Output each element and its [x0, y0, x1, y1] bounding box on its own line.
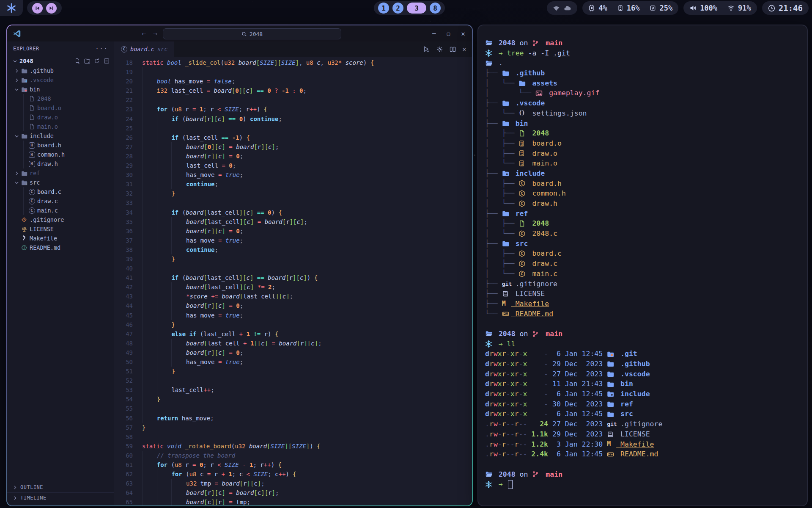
tree-row-gameplay.gif: │ └── gameplay.gif — [485, 88, 807, 98]
folder-open-icon — [485, 60, 494, 67]
permissions: drwxr-xr-x — [485, 359, 527, 369]
explorer-item-draw.o[interactable]: draw.o — [7, 113, 114, 122]
tree-connector: ├── — [485, 98, 502, 108]
explorer-item-src[interactable]: ()src — [7, 178, 114, 187]
nix-shell-icon — [485, 340, 494, 348]
book-icon — [502, 290, 511, 297]
tree-connector: │ ├── — [485, 188, 518, 199]
explorer-item-board.h[interactable]: Hboard.h — [7, 141, 114, 150]
explorer-item-main.o[interactable]: main.o — [7, 122, 114, 131]
workspace-2[interactable]: 2 — [392, 3, 403, 14]
panel-outline[interactable]: OUTLINE — [7, 482, 114, 492]
settings-gear-button[interactable] — [436, 46, 443, 52]
binary-icon: 0110 — [518, 150, 528, 157]
tab-board-c[interactable]: C board.c src — [114, 41, 174, 57]
explorer-item-.github[interactable]: .github — [7, 66, 114, 75]
file-label: 2048 — [37, 95, 51, 102]
file-green-icon — [518, 130, 528, 137]
tree-entry-name: 2048.c — [528, 229, 557, 239]
tree-row-board.h: │ ├── C board.h — [485, 179, 807, 189]
new-folder-button[interactable] — [84, 58, 90, 64]
nav-forward-button[interactable]: → — [153, 29, 157, 38]
ls-entry-name: .vscode — [616, 369, 650, 379]
blank-line — [485, 459, 807, 469]
code-line-40: 40 — [114, 264, 472, 273]
explorer-item-ref[interactable]: ref — [7, 168, 114, 178]
permissions: drwxr-xr-x — [485, 409, 527, 419]
code-line-35: 35 board[last_cell][c] = board[r][c]; — [114, 217, 472, 226]
line-number: 25 — [114, 124, 142, 133]
file-label: .vscode — [30, 77, 54, 83]
split-editor-button[interactable] — [450, 46, 456, 52]
code-editor[interactable]: 18static bool _slide_col(u32 board[SIZE]… — [114, 57, 472, 505]
command-text: ll — [507, 339, 516, 349]
clock-time: 21:46 — [779, 3, 803, 13]
new-file-button[interactable] — [74, 58, 80, 64]
media-previous-button[interactable] — [32, 3, 43, 14]
terminal-content[interactable]: 2048 on main → tree -a -I .git .├── .git… — [478, 25, 807, 505]
svg-text:10: 10 — [521, 153, 523, 156]
explorer-more-button[interactable]: ··· — [95, 45, 108, 52]
explorer-item-main.c[interactable]: Cmain.c — [7, 206, 114, 215]
code-line-61: 61 for (u8 r = 0; r < SIZE - 1; r++) { — [114, 460, 472, 469]
explorer-item-.gitignore[interactable]: .gitignore — [7, 215, 114, 224]
workspace-1[interactable]: 1 — [378, 3, 389, 14]
refresh-explorer-button[interactable] — [94, 58, 100, 64]
explorer-item-Makefile[interactable]: Makefile — [7, 234, 114, 243]
workspace-8[interactable]: 8 — [430, 3, 441, 14]
tree-connector: │ ├── — [485, 128, 518, 138]
audio-network-pill[interactable]: 100% 91% — [683, 1, 757, 15]
line-number: 36 — [114, 226, 142, 236]
explorer-item-board.c[interactable]: Cboard.c — [7, 187, 114, 196]
editor-titlebar[interactable]: ← → 2048 ─ ▢ ✕ — [7, 25, 472, 41]
line-number: 31 — [114, 179, 142, 189]
line-number: 45 — [114, 311, 142, 320]
media-next-button[interactable] — [46, 3, 57, 14]
code-line-54: 54 } — [114, 395, 472, 404]
explorer-item-board.o[interactable]: board.o — [7, 103, 114, 113]
code-line-34: 34 if (board[last_cell][c] == 0) { — [114, 208, 472, 217]
tree-entry-name: draw.h — [528, 199, 557, 209]
file-date: 6 Jan 12:45 — [548, 449, 607, 459]
clock-pill[interactable]: 21:46 — [762, 1, 809, 15]
command-search-box[interactable]: 2048 — [163, 28, 341, 39]
system-stats-pill[interactable]: 4% 16% 25% — [582, 1, 678, 15]
prompt-on: on — [516, 469, 532, 480]
maximize-button[interactable]: ▢ — [447, 30, 450, 37]
nixos-logo-button[interactable] — [0, 0, 23, 16]
close-button[interactable]: ✕ — [461, 30, 465, 38]
workspace-3-active[interactable]: 3 — [407, 3, 426, 14]
run-file-button[interactable] — [423, 46, 430, 52]
nav-back-button[interactable]: ← — [142, 29, 146, 38]
close-editor-button[interactable]: ✕ — [463, 46, 466, 52]
code-line-37: 37 has_move = true; — [114, 236, 472, 245]
tree-entry-name: main.o — [528, 158, 557, 168]
collapse-folders-button[interactable] — [104, 58, 110, 64]
git-branch-icon — [532, 40, 541, 47]
explorer-root-folder[interactable]: 2048 — [7, 56, 114, 66]
network-status-pill[interactable] — [547, 1, 577, 15]
explorer-item-LICENSE[interactable]: LICENSE — [7, 224, 114, 234]
explorer-item-draw.h[interactable]: Hdraw.h — [7, 159, 114, 168]
minimize-button[interactable]: ─ — [432, 30, 436, 37]
explorer-item-bin[interactable]: bin — [7, 85, 114, 94]
tree-entry-name: src — [511, 239, 528, 249]
hfile-icon: H — [27, 142, 36, 149]
explorer-item-.vscode[interactable]: .vscode — [7, 75, 114, 85]
line-number: 64 — [114, 488, 142, 497]
file-date: 6 Jan 12:45 — [548, 409, 607, 419]
code-line-41: 41 if (board[last_cell][c] == board[r][c… — [114, 273, 472, 282]
terminal-cursor[interactable] — [508, 480, 513, 489]
explorer-item-draw.c[interactable]: Cdraw.c — [7, 196, 114, 206]
chevron-down-icon — [13, 133, 20, 139]
panel-timeline[interactable]: TIMELINE — [7, 492, 114, 503]
explorer-item-common.h[interactable]: Hcommon.h — [7, 150, 114, 159]
explorer-item-include[interactable]: include — [7, 131, 114, 141]
clock-icon — [768, 5, 775, 12]
chevron-down-icon — [13, 180, 20, 185]
makefile-icon — [20, 235, 28, 241]
explorer-item-2048[interactable]: 2048 — [7, 94, 114, 103]
explorer-item-README.md[interactable]: README.md — [7, 243, 114, 252]
file-label: board.o — [37, 105, 61, 111]
workspace-switcher: 1238 — [374, 1, 445, 15]
